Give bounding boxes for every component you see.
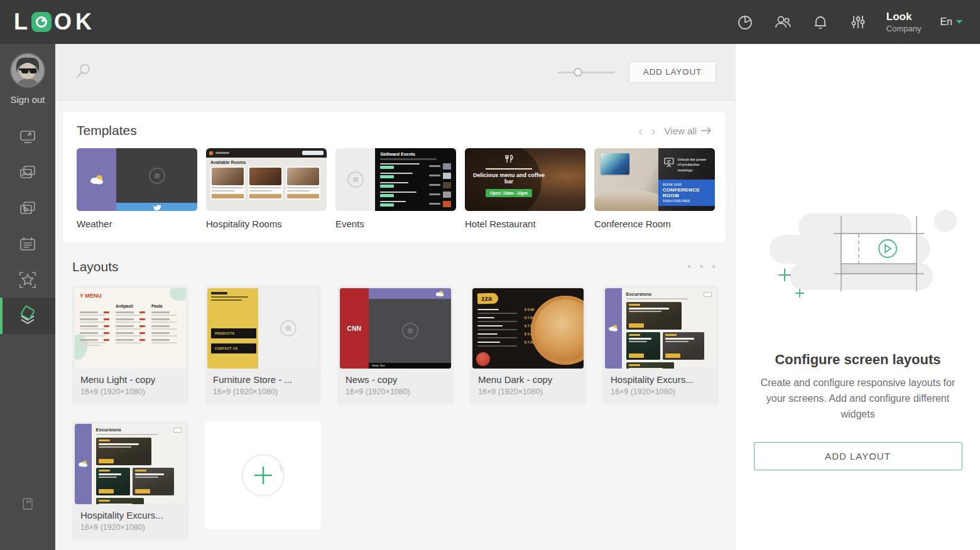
layout-card-news[interactable]: CNN News Text News - copy 16×9 (1920×108…: [337, 286, 454, 405]
panel-description: Create and configure responsive layouts …: [751, 375, 965, 422]
layout-size: 16×9 (1920×1080): [478, 387, 578, 396]
settings-sliders-icon[interactable]: [849, 13, 868, 31]
app-logo[interactable]: L O K: [14, 11, 93, 33]
thumb-title: Delicious menu and coffee bar: [471, 172, 547, 186]
plus-decor-icon: [776, 264, 832, 301]
template-name: Weather: [77, 218, 197, 229]
layout-thumbnail: CNN News Text: [340, 288, 451, 369]
carousel-prev-icon[interactable]: ‹: [638, 124, 643, 137]
layout-size: 16×9 (1920×1080): [213, 387, 313, 396]
layout-thumbnail: Y MENU Antipasti: [75, 288, 186, 369]
sidebar-item-images[interactable]: [0, 154, 55, 190]
template-thumbnail: Delicious menu and coffee bar Open: 10am…: [465, 148, 585, 211]
layout-card-hospitality-excursions[interactable]: Excursions Hospitality Excurs...: [72, 421, 188, 541]
layout-card-hospitality-excursions[interactable]: Excursions Hospitality Excurs...: [602, 286, 719, 405]
layout-thumbnail: Excursions: [75, 424, 186, 504]
carousel-next-icon[interactable]: ›: [651, 124, 656, 137]
template-name: Hotel Restaurant: [465, 218, 585, 229]
view-all-link[interactable]: View all: [665, 126, 712, 136]
template-card-conference-room[interactable]: Unlock the power of productive meetings …: [594, 148, 715, 229]
thumb-ticker: News Text: [369, 363, 451, 369]
top-bar: L O K: [0, 0, 980, 44]
template-thumbnail: [77, 148, 197, 211]
account-info[interactable]: Look Company: [886, 10, 922, 34]
sidebar-item-layouts[interactable]: [0, 298, 55, 334]
logo-letter-k: K: [75, 11, 93, 33]
template-thumbnail: Unlock the power of productive meetings …: [594, 148, 715, 211]
thumb-column-heading: Pasta: [151, 304, 181, 309]
layout-illustration: [754, 208, 962, 315]
thumb-price: $ 6.99: [525, 308, 534, 311]
layout-name: Menu Light - copy: [80, 374, 180, 385]
star-widget-icon: [18, 270, 38, 290]
sidebar-item-widgets[interactable]: [0, 262, 55, 298]
language-label: En: [940, 16, 952, 28]
layout-size: 16×9 (1920×1080): [80, 523, 180, 532]
thumb-logo: CNN: [340, 288, 369, 369]
sidebar-item-videos[interactable]: [0, 190, 55, 226]
thumb-title: Y MENU: [80, 293, 181, 299]
zoom-slider-knob[interactable]: [574, 68, 582, 77]
presentation-icon: [663, 157, 675, 167]
logo-letter-o: O: [54, 11, 73, 33]
account-name: Look: [886, 10, 922, 23]
layouts-section: Layouts • • • Y MENU: [72, 259, 726, 541]
template-card-weather[interactable]: Weather: [77, 148, 197, 229]
layout-size: 16×9 (1920×1080): [80, 387, 180, 396]
template-thumbnail: Skillward Events: [335, 148, 456, 211]
layout-size: 16×9 (1920×1080): [346, 387, 445, 396]
sidebar-item-screens[interactable]: [0, 119, 55, 154]
playlist-icon: [18, 235, 37, 254]
sidebar: Sign out: [0, 44, 55, 550]
layout-name: Menu Dark - copy: [478, 374, 578, 385]
account-type: Company: [886, 24, 922, 34]
manual-book-icon: [19, 496, 36, 512]
layout-thumbnail: zza $ 6.99 $ 7.39 $ 7.99 $ 5.99 $ 7.39: [472, 288, 584, 369]
thumb-column-heading: Antipasti: [116, 304, 145, 309]
thumb-box-line2: CONFERENCE ROOM: [663, 187, 710, 198]
templates-section: Templates ‹ › View all: [63, 112, 726, 243]
sidebar-item-help[interactable]: [19, 496, 36, 512]
configure-panel: Configure screen layouts Create and conf…: [735, 44, 980, 550]
thumb-box-line1: BOOK OUR: [663, 183, 710, 186]
zoom-slider[interactable]: [557, 68, 615, 77]
template-name: Conference Room: [594, 218, 715, 229]
videos-icon: [18, 199, 37, 218]
add-layout-card[interactable]: [205, 421, 321, 529]
notifications-bell-icon[interactable]: [811, 13, 830, 31]
weather-cloud-icon: [89, 174, 105, 185]
sidebar-item-playlists[interactable]: [0, 226, 55, 262]
template-card-events[interactable]: Skillward Events Events: [335, 148, 456, 229]
sign-out-link[interactable]: Sign out: [10, 94, 45, 105]
twitter-bird-icon: [153, 204, 161, 210]
thumb-badge: Open: 10am - 10pm: [486, 189, 532, 197]
weather-cloud-icon: [77, 460, 89, 468]
screens-icon: [18, 127, 37, 146]
layers-icon: [17, 305, 38, 326]
placeholder-icon: [149, 168, 165, 184]
layout-thumbnail: Excursions: [605, 288, 716, 369]
statistics-pie-icon[interactable]: [736, 13, 754, 31]
user-avatar[interactable]: [10, 53, 45, 88]
thumb-title: Excursions: [96, 427, 121, 433]
layout-card-menu-dark[interactable]: zza $ 6.99 $ 7.39 $ 7.99 $ 5.99 $ 7.39 M…: [470, 286, 586, 405]
placeholder-icon: [347, 171, 364, 188]
users-icon[interactable]: [773, 13, 792, 31]
layout-name: Furniture Store - ...: [213, 374, 313, 385]
layout-name: Hospitality Excurs...: [611, 374, 710, 385]
view-all-label: View all: [665, 126, 697, 136]
toolbar: ADD LAYOUT: [55, 44, 735, 100]
layout-card-menu-light[interactable]: Y MENU Antipasti: [72, 286, 188, 405]
logo-letter-l: L: [14, 11, 29, 33]
search-icon[interactable]: [74, 62, 93, 83]
images-icon: [18, 163, 37, 182]
template-card-hospitality-rooms[interactable]: Available Rooms Hospitality Rooms: [206, 148, 327, 229]
add-layout-button-panel[interactable]: ADD LAYOUT: [754, 442, 962, 470]
more-options-dots-icon[interactable]: • • •: [687, 261, 718, 274]
language-selector[interactable]: En: [940, 16, 962, 28]
add-layout-button[interactable]: ADD LAYOUT: [629, 62, 716, 83]
template-card-hotel-restaurant[interactable]: Delicious menu and coffee bar Open: 10am…: [465, 148, 585, 229]
app-window: L O K: [0, 0, 980, 550]
layout-card-furniture-store[interactable]: PRODUCTS CONTACT US Furniture Store - ..…: [205, 286, 321, 405]
thumb-box-line3: TODAY FOR FREE: [663, 199, 710, 203]
